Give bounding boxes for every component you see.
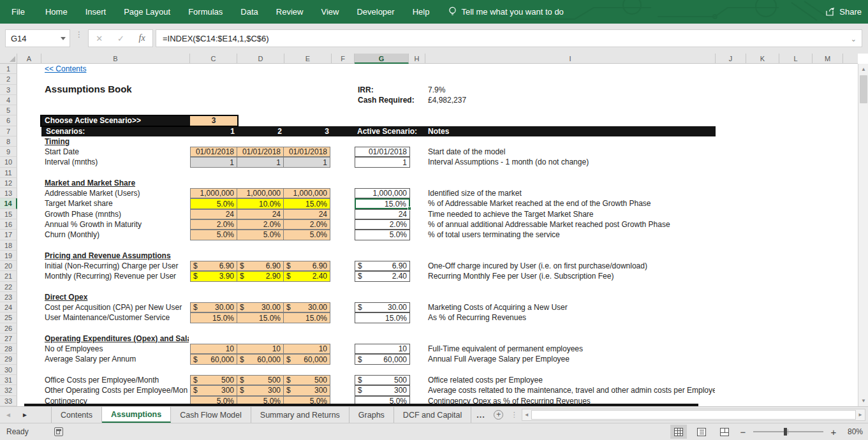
- zoom-slider[interactable]: [753, 431, 823, 432]
- row-header-26[interactable]: 26: [0, 323, 17, 334]
- formula-bar-expand-icon[interactable]: ⌄: [851, 35, 857, 43]
- scenario-value-cell[interactable]: $30.00: [190, 302, 237, 312]
- row-header-9[interactable]: 9: [0, 147, 17, 157]
- row-label-cell[interactable]: Initial (Non-Recurring) Charge per User: [45, 261, 189, 271]
- note-cell[interactable]: One-Off charge incured by User (i.e. on …: [428, 261, 715, 271]
- zoom-slider-thumb[interactable]: [784, 428, 787, 436]
- scenario-value-cell[interactable]: $60,000: [237, 354, 284, 364]
- scenario-value-cell[interactable]: 24: [283, 209, 330, 219]
- zoom-level[interactable]: 80%: [844, 427, 863, 436]
- scenario-chooser-label[interactable]: Choose Active Scenario>>: [41, 116, 190, 125]
- scenario-1-header[interactable]: 1: [190, 126, 235, 136]
- cancel-button[interactable]: ✕: [96, 34, 103, 43]
- active-scenario-header[interactable]: Active Scenario:: [357, 126, 417, 136]
- scenario-value-cell[interactable]: 15.0%: [190, 312, 237, 323]
- row-header-24[interactable]: 24: [0, 302, 17, 312]
- scenario-value-cell[interactable]: $2.40: [283, 271, 330, 281]
- row-header-23[interactable]: 23: [0, 292, 17, 302]
- scenario-3-header[interactable]: 3: [284, 126, 329, 136]
- row-header-30[interactable]: 30: [0, 365, 17, 375]
- vertical-scroll-thumb[interactable]: [860, 75, 867, 103]
- scenario-chooser-input[interactable]: 3: [190, 116, 237, 125]
- kpi-irr-label[interactable]: IRR:: [358, 85, 374, 95]
- active-scenario-cell[interactable]: $300: [355, 385, 410, 395]
- note-cell[interactable]: Marketing Costs of Acquiring a New User: [428, 302, 715, 312]
- tell-me-box[interactable]: Tell me what you want to do: [448, 6, 563, 17]
- row-header-5[interactable]: 5: [0, 105, 17, 115]
- note-cell[interactable]: Recurring Monthly Fee per User (i.e. Sub…: [428, 271, 715, 281]
- row-header-15[interactable]: 15: [0, 209, 17, 219]
- scroll-right-icon[interactable]: ►: [856, 409, 865, 420]
- scenario-value-cell[interactable]: $500: [283, 375, 330, 385]
- row-label-cell[interactable]: Growth Phase (mnths): [45, 209, 189, 219]
- scenario-value-cell[interactable]: $60,000: [190, 354, 237, 364]
- row-header-33[interactable]: 33: [0, 396, 17, 406]
- row-header-10[interactable]: 10: [0, 157, 17, 167]
- row-header-4[interactable]: 4: [0, 95, 17, 105]
- sheet-tab-summary-and-returns[interactable]: Summary and Returns: [251, 407, 349, 423]
- sheet-tab-assumptions[interactable]: Assumptions: [102, 407, 171, 423]
- ribbon-tab-page-layout[interactable]: Page Layout: [115, 0, 179, 24]
- zoom-in-button[interactable]: +: [830, 427, 837, 437]
- note-cell[interactable]: Identified size of the market: [428, 188, 715, 198]
- column-header-B[interactable]: B: [41, 54, 190, 64]
- row-header-19[interactable]: 19: [0, 251, 17, 261]
- scenario-value-cell[interactable]: 1,000,000: [237, 188, 284, 198]
- scenario-2-header[interactable]: 2: [237, 126, 282, 136]
- section-header-cell[interactable]: Market and Market Share: [45, 178, 189, 188]
- row-header-2[interactable]: 2: [0, 74, 17, 84]
- ribbon-tab-file[interactable]: File: [0, 0, 36, 24]
- active-scenario-cell[interactable]: 5.0%: [355, 230, 410, 240]
- row-header-18[interactable]: 18: [0, 240, 17, 251]
- active-cell-selected[interactable]: 15.0%: [355, 198, 410, 209]
- select-all-corner[interactable]: [0, 54, 17, 63]
- row-header-20[interactable]: 20: [0, 261, 17, 271]
- ribbon-tab-help[interactable]: Help: [404, 0, 439, 24]
- active-scenario-cell[interactable]: 1,000,000: [355, 188, 410, 198]
- row-label-cell[interactable]: Cost per Acqusition (CPA) per New User: [45, 302, 189, 312]
- column-header-E[interactable]: E: [284, 54, 332, 64]
- column-header-A[interactable]: A: [17, 54, 41, 64]
- note-cell[interactable]: Average costs reltated to the maintenanc…: [428, 385, 715, 395]
- active-scenario-cell[interactable]: 2.0%: [355, 219, 410, 230]
- scroll-up-icon[interactable]: ▲: [858, 64, 868, 75]
- note-cell[interactable]: Office related costs per Employee: [428, 375, 715, 385]
- scenario-value-cell[interactable]: 1,000,000: [190, 188, 237, 198]
- note-cell[interactable]: As % of Recurring Revenues: [428, 312, 715, 323]
- horizontal-scrollbar[interactable]: ◄ ►: [522, 409, 865, 421]
- row-label-cell[interactable]: Office Costs per Employee/Month: [45, 375, 189, 385]
- contents-link[interactable]: << Contents: [45, 64, 86, 74]
- sheet-tab-contents[interactable]: Contents: [51, 407, 102, 423]
- scenario-value-cell[interactable]: $6.90: [190, 261, 237, 271]
- note-cell[interactable]: Start date of the model: [428, 147, 715, 157]
- vertical-scrollbar[interactable]: ▲ ▼: [858, 64, 868, 406]
- row-header-8[interactable]: 8: [0, 136, 17, 147]
- scenario-value-cell[interactable]: $2.90: [237, 271, 284, 281]
- row-label-cell[interactable]: Churn (Monthly): [45, 230, 189, 240]
- fill-handle[interactable]: [408, 207, 411, 210]
- row-header-7[interactable]: 7: [0, 126, 17, 136]
- page-layout-view-button[interactable]: [693, 425, 710, 439]
- row-label-cell[interactable]: User Maintenance/Customer Service: [45, 312, 189, 323]
- share-button[interactable]: Share: [825, 0, 862, 24]
- scenario-value-cell[interactable]: 10: [283, 344, 330, 354]
- scenarios-header-label[interactable]: Scenarios:: [46, 126, 85, 136]
- column-header-I[interactable]: I: [425, 54, 716, 64]
- column-header-D[interactable]: D: [237, 54, 284, 64]
- note-cell[interactable]: % of annual additional Addressable Marke…: [428, 219, 715, 230]
- scenario-value-cell[interactable]: 15.0%: [283, 198, 330, 209]
- scroll-left-icon[interactable]: ◄: [522, 409, 531, 420]
- note-cell[interactable]: Full-Time equivalent of permanent employ…: [428, 344, 715, 354]
- scenario-value-cell[interactable]: $500: [237, 375, 284, 385]
- row-header-17[interactable]: 17: [0, 230, 17, 240]
- note-cell[interactable]: % of total users terminating the service: [428, 230, 715, 240]
- row-label-cell[interactable]: Other Operating Costs per Employee/Mon: [45, 385, 189, 395]
- ribbon-tab-developer[interactable]: Developer: [348, 0, 403, 24]
- row-header-28[interactable]: 28: [0, 344, 17, 354]
- row-label-cell[interactable]: No of Employees: [45, 344, 189, 354]
- column-header-J[interactable]: J: [716, 54, 746, 64]
- column-header-K[interactable]: K: [746, 54, 779, 64]
- scenario-value-cell[interactable]: $60,000: [283, 354, 330, 364]
- section-header-cell[interactable]: Direct Opex: [45, 292, 189, 302]
- scenario-value-cell[interactable]: 2.0%: [237, 219, 284, 230]
